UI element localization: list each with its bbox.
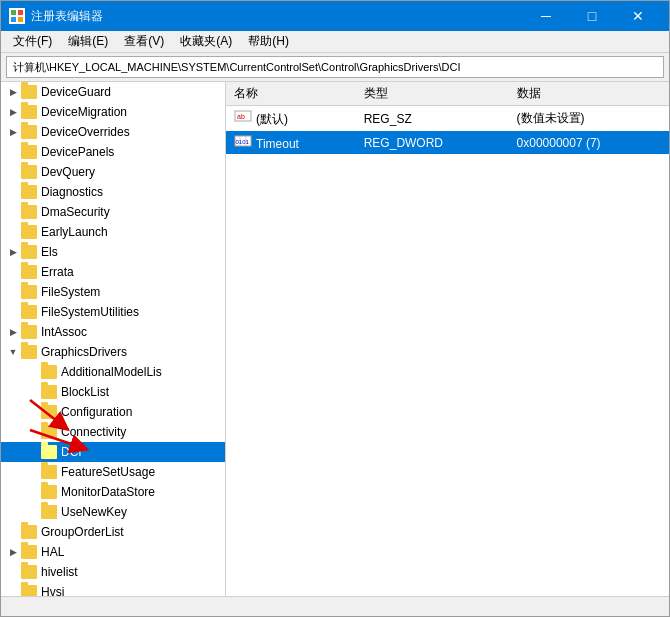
tree-item[interactable]: FeatureSetUsage [1, 462, 225, 482]
tree-item[interactable]: FileSystemUtilities [1, 302, 225, 322]
expand-icon[interactable] [5, 184, 21, 200]
tree-item[interactable]: Connectivity [1, 422, 225, 442]
value-data: 0x00000007 (7) [509, 131, 669, 154]
table-row[interactable]: 0101TimeoutREG_DWORD0x00000007 (7) [226, 131, 669, 154]
menu-favorites[interactable]: 收藏夹(A) [172, 31, 240, 52]
tree-item-label: FileSystem [41, 285, 100, 299]
tree-item-label: FileSystemUtilities [41, 305, 139, 319]
folder-icon [41, 385, 57, 399]
folder-icon [21, 325, 37, 339]
tree-item[interactable]: Configuration [1, 402, 225, 422]
tree-item[interactable]: UseNewKey [1, 502, 225, 522]
tree-item[interactable]: DevQuery [1, 162, 225, 182]
expand-icon[interactable] [5, 284, 21, 300]
value-type: REG_DWORD [356, 131, 509, 154]
value-name: (默认) [256, 112, 288, 126]
menu-edit[interactable]: 编辑(E) [60, 31, 116, 52]
window-title: 注册表编辑器 [31, 8, 523, 25]
expand-icon[interactable]: ▶ [5, 124, 21, 140]
expand-icon[interactable] [25, 384, 41, 400]
tree-item[interactable]: ▼GraphicsDrivers [1, 342, 225, 362]
tree-item[interactable]: ▶DeviceGuard [1, 82, 225, 102]
tree-item[interactable]: MonitorDataStore [1, 482, 225, 502]
folder-icon [21, 105, 37, 119]
tree-item-label: GraphicsDrivers [41, 345, 127, 359]
expand-icon[interactable]: ▶ [5, 544, 21, 560]
tree-item[interactable]: FileSystem [1, 282, 225, 302]
tree-item-label: FeatureSetUsage [61, 465, 155, 479]
tree-item[interactable]: ▶IntAssoc [1, 322, 225, 342]
tree-item[interactable]: Errata [1, 262, 225, 282]
close-button[interactable]: ✕ [615, 1, 661, 31]
folder-icon [21, 545, 37, 559]
expand-icon[interactable] [25, 404, 41, 420]
expand-icon[interactable]: ▼ [5, 344, 21, 360]
expand-icon[interactable] [25, 504, 41, 520]
expand-icon[interactable] [5, 584, 21, 596]
tree-item[interactable]: DCI [1, 442, 225, 462]
tree-item-label: DevicePanels [41, 145, 114, 159]
expand-icon[interactable] [5, 224, 21, 240]
tree-item[interactable]: AdditionalModelLis [1, 362, 225, 382]
folder-icon [21, 265, 37, 279]
expand-icon[interactable] [5, 524, 21, 540]
dword-value-icon: 0101 [234, 134, 252, 148]
tree-item-label: DCI [61, 445, 82, 459]
expand-icon[interactable] [5, 264, 21, 280]
tree-item[interactable]: ▶DeviceOverrides [1, 122, 225, 142]
expand-icon[interactable] [25, 364, 41, 380]
tree-item[interactable]: ▶Els [1, 242, 225, 262]
tree-pane[interactable]: ▶DeviceGuard▶DeviceMigration▶DeviceOverr… [1, 82, 226, 596]
menu-view[interactable]: 查看(V) [116, 31, 172, 52]
expand-icon[interactable]: ▶ [5, 244, 21, 260]
tree-item[interactable]: Hvsi [1, 582, 225, 596]
folder-icon [21, 145, 37, 159]
menu-help[interactable]: 帮助(H) [240, 31, 297, 52]
value-type: REG_SZ [356, 106, 509, 132]
tree-item-label: Diagnostics [41, 185, 103, 199]
expand-icon[interactable]: ▶ [5, 104, 21, 120]
expand-icon[interactable] [5, 144, 21, 160]
col-type: 类型 [356, 82, 509, 106]
tree-item-label: Connectivity [61, 425, 126, 439]
table-row[interactable]: ab(默认)REG_SZ(数值未设置) [226, 106, 669, 132]
tree-item-label: DeviceMigration [41, 105, 127, 119]
expand-icon[interactable] [5, 164, 21, 180]
expand-icon[interactable] [5, 304, 21, 320]
svg-text:0101: 0101 [236, 139, 250, 145]
tree-item[interactable]: BlockList [1, 382, 225, 402]
expand-icon[interactable] [25, 444, 41, 460]
expand-icon[interactable] [25, 484, 41, 500]
menu-bar: 文件(F) 编辑(E) 查看(V) 收藏夹(A) 帮助(H) [1, 31, 669, 53]
folder-icon [21, 165, 37, 179]
expand-icon[interactable]: ▶ [5, 324, 21, 340]
expand-icon[interactable] [5, 564, 21, 580]
tree-item[interactable]: GroupOrderList [1, 522, 225, 542]
expand-icon[interactable] [5, 204, 21, 220]
svg-rect-1 [18, 10, 23, 15]
tree-item[interactable]: DmaSecurity [1, 202, 225, 222]
folder-icon [21, 245, 37, 259]
tree-item[interactable]: DevicePanels [1, 142, 225, 162]
tree-item[interactable]: ▶HAL [1, 542, 225, 562]
expand-icon[interactable] [25, 424, 41, 440]
tree-item[interactable]: Diagnostics [1, 182, 225, 202]
tree-item[interactable]: hivelist [1, 562, 225, 582]
minimize-button[interactable]: ─ [523, 1, 569, 31]
registry-editor-window: 注册表编辑器 ─ □ ✕ 文件(F) 编辑(E) 查看(V) 收藏夹(A) 帮助… [0, 0, 670, 617]
expand-icon[interactable]: ▶ [5, 84, 21, 100]
tree-item-label: DeviceOverrides [41, 125, 130, 139]
tree-item[interactable]: ▶DeviceMigration [1, 102, 225, 122]
folder-icon [21, 305, 37, 319]
detail-table: 名称 类型 数据 ab(默认)REG_SZ(数值未设置)0101TimeoutR… [226, 82, 669, 154]
folder-icon [41, 365, 57, 379]
folder-icon [21, 285, 37, 299]
tree-item-label: DeviceGuard [41, 85, 111, 99]
tree-item-label: EarlyLaunch [41, 225, 108, 239]
maximize-button[interactable]: □ [569, 1, 615, 31]
tree-item[interactable]: EarlyLaunch [1, 222, 225, 242]
address-bar[interactable]: 计算机\HKEY_LOCAL_MACHINE\SYSTEM\CurrentCon… [6, 56, 664, 78]
expand-icon[interactable] [25, 464, 41, 480]
folder-icon [41, 405, 57, 419]
menu-file[interactable]: 文件(F) [5, 31, 60, 52]
